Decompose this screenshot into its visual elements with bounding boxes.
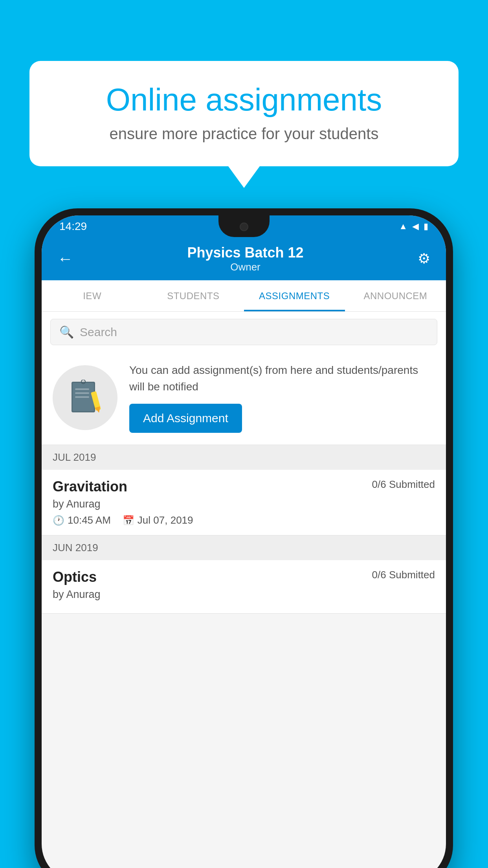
calendar-icon: 📅 (123, 515, 134, 526)
wifi-icon: ▲ (399, 221, 407, 232)
assignment-submitted-optics: 0/6 Submitted (372, 569, 435, 581)
app-bar-center: Physics Batch 12 Owner (187, 245, 303, 273)
assignment-item-gravitation[interactable]: Gravitation 0/6 Submitted by Anurag 🕐 10… (42, 470, 446, 535)
svg-rect-4 (75, 396, 89, 398)
section-header-jul: JUL 2019 (42, 445, 446, 470)
speech-bubble-title: Online assignments (57, 83, 431, 117)
app-bar-title: Physics Batch 12 (187, 245, 303, 261)
assignment-time: 10:45 AM (68, 514, 111, 526)
status-time: 14:29 (59, 220, 87, 233)
settings-button[interactable]: ⚙ (418, 250, 430, 267)
assignment-date: Jul 07, 2019 (138, 514, 193, 526)
app-bar-subtitle: Owner (187, 261, 303, 273)
tab-iew[interactable]: IEW (42, 280, 143, 311)
meta-time: 🕐 10:45 AM (53, 514, 111, 526)
phone-screen: 14:29 ▲ ◀ ▮ ← Physics Batch 12 Owner ⚙ I… (42, 215, 446, 868)
clock-icon: 🕐 (53, 515, 64, 526)
add-assignment-button[interactable]: Add Assignment (129, 404, 242, 433)
back-button[interactable]: ← (57, 250, 73, 268)
assignment-by-optics: by Anurag (53, 588, 435, 601)
search-container: 🔍 Search (42, 312, 446, 352)
info-right: You can add assignment(s) from here and … (129, 362, 435, 433)
app-bar: ← Physics Batch 12 Owner ⚙ (42, 237, 446, 280)
assignment-submitted: 0/6 Submitted (372, 478, 435, 491)
assignment-item-top: Gravitation 0/6 Submitted (53, 478, 435, 495)
notebook-icon (70, 380, 101, 415)
info-card: You can add assignment(s) from here and … (42, 352, 446, 445)
assignment-item-top-optics: Optics 0/6 Submitted (53, 569, 435, 585)
search-icon: 🔍 (59, 325, 74, 339)
speech-bubble: Online assignments ensure more practice … (29, 61, 459, 166)
section-header-jun: JUN 2019 (42, 535, 446, 560)
front-camera (240, 223, 248, 231)
svg-rect-3 (75, 392, 89, 394)
speech-bubble-subtitle: ensure more practice for your students (57, 125, 431, 143)
notch (218, 215, 270, 237)
search-placeholder: Search (80, 326, 117, 339)
assignment-meta: 🕐 10:45 AM 📅 Jul 07, 2019 (53, 514, 435, 526)
assignment-by: by Anurag (53, 498, 435, 510)
tab-students[interactable]: STUDENTS (143, 280, 244, 311)
phone-frame: 14:29 ▲ ◀ ▮ ← Physics Batch 12 Owner ⚙ I… (35, 208, 453, 868)
search-bar[interactable]: 🔍 Search (50, 319, 437, 345)
meta-date: 📅 Jul 07, 2019 (123, 514, 193, 526)
bubble-tail (228, 166, 260, 188)
speech-bubble-container: Online assignments ensure more practice … (29, 61, 459, 188)
info-text: You can add assignment(s) from here and … (129, 362, 435, 395)
assignment-item-optics[interactable]: Optics 0/6 Submitted by Anurag (42, 560, 446, 614)
screen-content: 🔍 Search (42, 312, 446, 868)
tab-announcements[interactable]: ANNOUNCEM (345, 280, 446, 311)
svg-rect-2 (75, 388, 89, 390)
battery-icon: ▮ (424, 221, 428, 232)
tabs-bar: IEW STUDENTS ASSIGNMENTS ANNOUNCEM (42, 280, 446, 312)
assignment-name-optics: Optics (53, 569, 97, 585)
assignment-name: Gravitation (53, 478, 127, 495)
assignment-icon-circle (53, 365, 117, 430)
status-icons: ▲ ◀ ▮ (399, 221, 428, 232)
signal-icon: ◀ (412, 221, 419, 232)
tab-assignments[interactable]: ASSIGNMENTS (244, 280, 345, 311)
